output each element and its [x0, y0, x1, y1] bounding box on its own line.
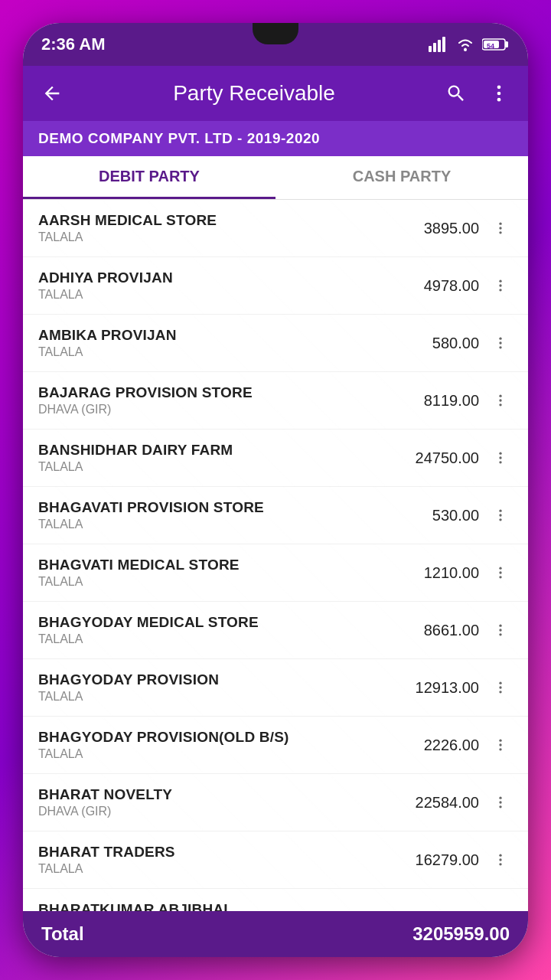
svg-point-44 — [499, 805, 501, 808]
back-icon — [41, 83, 63, 104]
svg-point-14 — [499, 231, 501, 234]
search-button[interactable] — [439, 77, 473, 110]
svg-point-20 — [499, 346, 501, 348]
party-amount: 24750.00 — [395, 449, 479, 467]
party-list-item[interactable]: BHARATKUMAR ABJIBHAITALALA7696.00 — [23, 889, 528, 911]
party-list-item[interactable]: BAJARAG PROVISION STOREDHAVA (GIR)8119.0… — [23, 372, 528, 430]
party-more-button[interactable] — [488, 618, 513, 642]
party-more-button[interactable] — [488, 848, 513, 872]
party-name: BHAGYODAY MEDICAL STORE — [38, 614, 395, 631]
svg-point-17 — [499, 289, 501, 291]
party-list-item[interactable]: BHAGVATI MEDICAL STORETALALA1210.00 — [23, 544, 528, 602]
party-name: BHAGYODAY PROVISION — [38, 671, 395, 688]
party-list-item[interactable]: BHAGYODAY MEDICAL STORETALALA8661.00 — [23, 602, 528, 659]
party-location: TALALA — [38, 518, 395, 531]
party-more-button[interactable] — [488, 503, 513, 528]
party-list-item[interactable]: BHAGYODAY PROVISION(OLD B/S)TALALA2226.0… — [23, 717, 528, 774]
party-more-button[interactable] — [488, 733, 513, 757]
party-list-item[interactable]: BHARAT TRADERSTALALA16279.00 — [23, 831, 528, 889]
party-more-button[interactable] — [488, 331, 513, 355]
party-location: DHAVA (GIR) — [38, 403, 395, 416]
party-amount: 7696.00 — [395, 909, 479, 912]
party-name: ADHIYA PROVIJAN — [38, 270, 395, 286]
party-amount: 8661.00 — [395, 622, 479, 639]
svg-point-27 — [499, 510, 501, 512]
svg-point-37 — [499, 686, 501, 688]
party-amount: 580.00 — [395, 335, 479, 352]
svg-point-42 — [499, 797, 501, 799]
svg-point-43 — [499, 801, 501, 803]
more-options-button[interactable] — [482, 77, 516, 110]
party-more-button[interactable] — [488, 446, 513, 470]
party-location: TALALA — [38, 230, 395, 244]
party-list-item[interactable]: BANSHIDHAR DAIRY FARMTALALA24750.00 — [23, 430, 528, 487]
svg-point-26 — [499, 461, 501, 463]
party-location: DHAVA (GIR) — [38, 805, 395, 818]
svg-point-10 — [497, 92, 501, 96]
party-more-button[interactable] — [488, 388, 513, 413]
tab-debit-party[interactable]: DEBIT PARTY — [23, 156, 276, 199]
party-more-button[interactable] — [488, 675, 513, 700]
party-list: AARSH MEDICAL STORETALALA3895.00 ADHIYA … — [23, 200, 528, 911]
party-amount: 22584.00 — [395, 794, 479, 812]
app-bar: Party Receivable — [23, 66, 528, 121]
svg-point-25 — [499, 456, 501, 459]
party-more-button[interactable] — [488, 216, 513, 240]
svg-point-9 — [497, 86, 501, 90]
party-amount: 530.00 — [395, 507, 479, 524]
party-amount: 2226.00 — [395, 737, 479, 754]
party-more-button[interactable] — [488, 905, 513, 911]
time-display: 2:36 AM — [41, 34, 106, 54]
svg-point-18 — [499, 338, 501, 340]
total-amount: 3205959.00 — [412, 923, 510, 945]
party-list-item[interactable]: AMBIKA PROVIJANTALALA580.00 — [23, 315, 528, 372]
party-name: BHAGYODAY PROVISION(OLD B/S) — [38, 729, 395, 746]
party-name: AMBIKA PROVIJAN — [38, 327, 395, 344]
party-list-item[interactable]: BHAGYODAY PROVISIONTALALA12913.00 — [23, 659, 528, 717]
more-vert-icon — [493, 680, 508, 695]
company-banner: DEMO COMPANY PVT. LTD - 2019-2020 — [23, 121, 528, 156]
svg-rect-1 — [433, 43, 436, 52]
party-location: TALALA — [38, 345, 395, 359]
more-vert-icon — [493, 737, 508, 753]
svg-point-16 — [499, 284, 501, 286]
more-vert-icon — [493, 508, 508, 523]
svg-point-45 — [499, 854, 501, 857]
party-list-item[interactable]: ADHIYA PROVIJANTALALA4978.00 — [23, 257, 528, 315]
tab-cash-party[interactable]: CASH PARTY — [276, 156, 528, 199]
party-more-button[interactable] — [488, 273, 513, 298]
party-list-item[interactable]: BHARAT NOVELTYDHAVA (GIR)22584.00 — [23, 774, 528, 831]
svg-point-15 — [499, 280, 501, 283]
party-more-button[interactable] — [488, 560, 513, 585]
more-vert-icon — [493, 278, 508, 293]
svg-point-33 — [499, 625, 501, 627]
tabs-container: DEBIT PARTY CASH PARTY — [23, 156, 528, 200]
party-name: BHARATKUMAR ABJIBHAI — [38, 901, 395, 911]
wifi-icon — [456, 37, 474, 52]
party-name: BANSHIDHAR DAIRY FARM — [38, 442, 395, 459]
party-location: TALALA — [38, 747, 395, 761]
svg-point-46 — [499, 858, 501, 861]
party-amount: 12913.00 — [395, 679, 479, 697]
party-list-item[interactable]: AARSH MEDICAL STORETALALA3895.00 — [23, 200, 528, 257]
svg-point-41 — [499, 748, 501, 750]
battery-icon: 54 — [482, 38, 510, 51]
party-name: BAJARAG PROVISION STORE — [38, 384, 395, 401]
party-list-item[interactable]: BHAGAVATI PROVISION STORETALALA530.00 — [23, 487, 528, 544]
svg-point-31 — [499, 571, 501, 573]
svg-point-4 — [464, 48, 467, 51]
more-vert-icon — [493, 450, 508, 466]
svg-point-47 — [499, 863, 501, 865]
svg-point-22 — [499, 399, 501, 401]
back-button[interactable] — [35, 77, 69, 110]
party-more-button[interactable] — [488, 790, 513, 815]
svg-point-21 — [499, 395, 501, 397]
svg-point-38 — [499, 691, 501, 693]
svg-rect-0 — [429, 46, 432, 52]
more-vert-icon — [493, 220, 508, 236]
svg-point-39 — [499, 740, 501, 742]
party-location: TALALA — [38, 632, 395, 646]
status-icons: 54 — [429, 37, 510, 52]
svg-point-35 — [499, 633, 501, 635]
search-icon — [445, 83, 467, 104]
